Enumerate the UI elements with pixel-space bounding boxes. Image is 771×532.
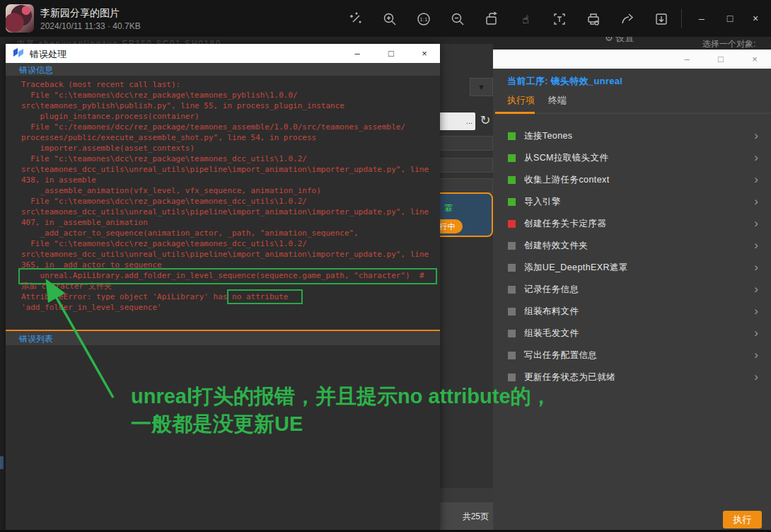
- chevron-right-icon[interactable]: ›: [754, 257, 758, 277]
- actual-size-icon[interactable]: 1:1: [415, 11, 432, 28]
- select-hint: 选择一个对象:: [702, 38, 755, 50]
- task-row[interactable]: 导入引擎 ›: [493, 191, 771, 213]
- task-row[interactable]: 记录任务信息 ›: [493, 279, 771, 301]
- chevron-right-icon[interactable]: ›: [754, 366, 758, 387]
- running-status-badge: 运行中: [440, 219, 463, 233]
- traceback-line: File "c:\teamones\dcc\rez_package\teamon…: [21, 90, 440, 100]
- task-row[interactable]: 连接Teones ›: [493, 125, 771, 147]
- task-row[interactable]: 添加UE_DeepthEXR遮罩 ›: [493, 257, 771, 279]
- task-label: 从SCM拉取镜头文件: [524, 147, 608, 169]
- panel-minimize-button[interactable]: –: [676, 50, 698, 69]
- chevron-right-icon[interactable]: ›: [754, 191, 758, 212]
- error-dialog-title: 错误处理: [30, 48, 66, 61]
- traceback-line: File "c:\teamones\dcc\rez_package\teamon…: [21, 196, 440, 207]
- traceback-line: src\teamones_dcc_utils\unreal_utils\pipe…: [21, 207, 440, 217]
- gear-icon: ⚙: [605, 37, 613, 43]
- task-panel-body: 当前工序: 镜头特效_unreal 执行项 终端 连接Teones › 从SCM…: [493, 69, 771, 532]
- task-row[interactable]: 从SCM拉取镜头文件 ›: [493, 147, 771, 169]
- viewer-close-button[interactable]: ×: [746, 9, 765, 28]
- viewer-maximize-button[interactable]: □: [720, 9, 740, 28]
- zoom-out-icon[interactable]: [449, 11, 466, 28]
- status-square-icon: [508, 154, 516, 162]
- tab-terminal[interactable]: 终端: [548, 94, 567, 107]
- task-card-name: 霖: [444, 202, 453, 214]
- dialog-close-button[interactable]: ×: [414, 44, 435, 63]
- chevron-right-icon[interactable]: ›: [754, 147, 758, 168]
- status-square-icon: [508, 374, 516, 381]
- current-workspace-label: 当前工序: 镜头特效_unreal: [507, 75, 622, 88]
- task-row[interactable]: 更新任务状态为已就绪 ›: [493, 366, 771, 388]
- task-label: 组装布料文件: [524, 301, 579, 323]
- path-input[interactable]: ...: [440, 112, 475, 130]
- print-icon[interactable]: [585, 11, 602, 28]
- task-row[interactable]: 组装布料文件 ›: [493, 301, 771, 323]
- download-icon[interactable]: [653, 11, 670, 28]
- hand-icon[interactable]: ☝: [517, 11, 534, 28]
- toolbar-separator: [681, 9, 682, 28]
- dialog-minimize-button[interactable]: –: [347, 44, 368, 63]
- chevron-right-icon[interactable]: ›: [754, 279, 758, 299]
- rotate-icon[interactable]: [483, 11, 500, 28]
- status-square-icon: [508, 264, 516, 272]
- dialog-maximize-button[interactable]: □: [381, 44, 402, 63]
- image-viewer-titlebar: 李新园分享的图片 2024/10/11 11:33 · 40.7KB 1:1 ☝: [0, 0, 771, 37]
- traceback: Traceback (most recent call last): File …: [6, 76, 440, 330]
- status-square-icon: [508, 242, 516, 250]
- traceback-line: 407, in _assemble_animation: [21, 217, 440, 228]
- traceback-line: Traceback (most recent call last):: [21, 79, 440, 90]
- chevron-right-icon[interactable]: ›: [754, 213, 758, 233]
- task-panel-titlebar: – □ ×: [493, 50, 771, 69]
- refresh-icon[interactable]: ↻: [477, 112, 493, 129]
- field-row[interactable]: [440, 178, 493, 193]
- magic-wand-icon[interactable]: [347, 11, 364, 28]
- task-row[interactable]: 写出任务配置信息 ›: [493, 345, 771, 366]
- image-title: 李新园分享的图片: [40, 7, 120, 20]
- panel-close-button[interactable]: ×: [743, 50, 766, 69]
- image-meta: 2024/10/11 11:33 · 40.7KB: [40, 21, 141, 31]
- task-row[interactable]: 创建特效文件夹 ›: [493, 235, 771, 257]
- field-row[interactable]: [440, 136, 493, 151]
- chevron-right-icon[interactable]: ›: [754, 323, 758, 343]
- ocr-text-icon[interactable]: [551, 11, 568, 28]
- task-label: 更新任务状态为已就绪: [524, 366, 615, 388]
- traceback-line: src\teamones_dcc_utils\unreal_utils\pipe…: [21, 164, 440, 175]
- status-square-icon: [508, 286, 516, 294]
- selected-task-card[interactable]: 霖 运行中: [440, 192, 493, 237]
- traceback-line: File "c:/teamones/dcc/rez_package/teamon…: [21, 122, 440, 132]
- task-label: 添加UE_DeepthEXR遮罩: [524, 257, 628, 279]
- error-dialog: 错误处理 – □ × 错误信息 Traceback (most recent c…: [6, 44, 440, 532]
- tab-divider: [535, 112, 771, 114]
- tab-execution-items[interactable]: 执行项: [507, 94, 535, 107]
- task-label: 连接Teones: [524, 125, 573, 147]
- dropdown-arrow-icon: ▼: [477, 83, 485, 91]
- svg-text:1:1: 1:1: [419, 17, 427, 23]
- traceback-line: _assemble_animation(vfx_level, vfx_seque…: [21, 185, 440, 196]
- task-row[interactable]: 收集上游任务context ›: [493, 169, 771, 191]
- error-info-label: 错误信息: [19, 64, 53, 76]
- status-square-icon: [508, 330, 516, 337]
- viewer-minimize-button[interactable]: –: [692, 9, 712, 28]
- panel-maximize-button[interactable]: □: [709, 50, 732, 69]
- chevron-right-icon[interactable]: ›: [754, 235, 758, 255]
- active-tab-underline: [495, 112, 535, 114]
- task-label: 收集上游任务context: [524, 169, 610, 191]
- status-square-icon: [508, 352, 516, 359]
- task-label: 创建任务关卡定序器: [524, 213, 606, 235]
- dropdown-button[interactable]: ▼: [470, 78, 493, 96]
- occluded-window-strip: ▼ ... ↻ 霖 运行中 共25页: [440, 44, 493, 532]
- chevron-right-icon[interactable]: ›: [754, 169, 758, 190]
- field-row[interactable]: [440, 158, 493, 173]
- left-edge-strip: [0, 44, 6, 532]
- task-row[interactable]: 组装毛发文件 ›: [493, 323, 771, 345]
- error-dialog-titlebar: 错误处理 – □ ×: [6, 44, 440, 63]
- highlight-box-unreal-call: [18, 268, 437, 284]
- zoom-in-icon[interactable]: [381, 11, 398, 28]
- chevron-right-icon[interactable]: ›: [754, 125, 758, 146]
- error-list-header: 错误列表: [6, 330, 440, 345]
- chevron-right-icon[interactable]: ›: [754, 345, 758, 365]
- task-panel-window: ⚙ 设置 选择一个对象: – □ × 当前工序: 镜头特效_unreal 执行项…: [493, 37, 771, 532]
- task-row[interactable]: 创建任务关卡定序器 ›: [493, 213, 771, 235]
- share-icon[interactable]: [619, 11, 636, 28]
- chevron-right-icon[interactable]: ›: [754, 301, 758, 321]
- execute-button[interactable]: 执行: [723, 511, 762, 528]
